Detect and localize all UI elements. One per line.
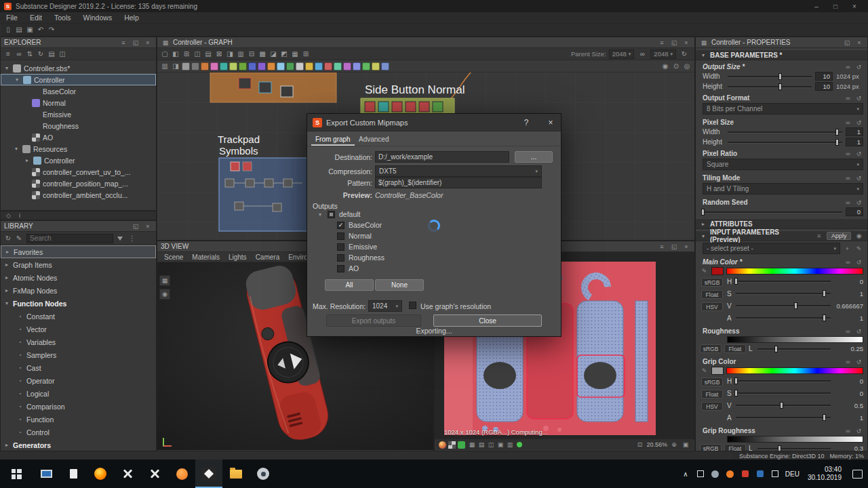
toolbar-icon[interactable]: ◎ xyxy=(682,61,692,72)
preset-dropdown[interactable]: - select preset -▾ xyxy=(703,243,840,254)
material-sphere-icon[interactable] xyxy=(439,441,446,449)
toolbar-icon[interactable]: ∞ xyxy=(14,49,24,60)
zoom-fit-icon[interactable]: ⊡ xyxy=(635,440,644,449)
toolbar-icon[interactable]: ⊠ xyxy=(214,49,224,60)
tiling-mode-dropdown[interactable]: H and V Tiling▾ xyxy=(703,183,863,195)
caret-down-icon[interactable]: ▾ xyxy=(317,211,323,218)
toolbar-icon[interactable]: ▯ xyxy=(3,24,14,35)
eye-icon[interactable]: ◉ xyxy=(854,232,863,239)
toolbar-icon[interactable]: ▤ xyxy=(46,49,57,60)
reset-icon[interactable]: ↺ xyxy=(854,64,863,70)
roughness-slider[interactable] xyxy=(757,345,831,353)
library-item-vector[interactable]: ▪Vector xyxy=(1,323,156,336)
tray-expand-icon[interactable]: ∧ xyxy=(681,469,690,479)
output-row-basecolor[interactable]: ✓ BaseColor xyxy=(337,221,382,229)
action-center-icon[interactable] xyxy=(852,470,863,479)
toolbar-icon[interactable]: ✎ xyxy=(14,233,24,244)
library-item-logical[interactable]: ▪Logical xyxy=(1,387,156,400)
export-outputs-button[interactable]: Export outputs xyxy=(326,314,421,327)
node-type-icon[interactable] xyxy=(315,62,323,70)
link-icon[interactable]: ∞ xyxy=(844,64,852,70)
explorer-panel-header[interactable]: EXPLORER ≡ ◱ × xyxy=(1,37,156,48)
link-icon[interactable]: ∞ xyxy=(844,199,852,206)
tab-from-graph[interactable]: From graph xyxy=(311,134,355,146)
panel-close-icon[interactable]: × xyxy=(682,39,691,46)
tree-item-output-roughness[interactable]: Roughness xyxy=(1,120,156,131)
search-input[interactable] xyxy=(26,234,113,243)
link-icon[interactable]: ∞ xyxy=(844,95,852,102)
dialog-help-button[interactable]: ? xyxy=(516,114,536,131)
output-size-height-value[interactable]: 10 xyxy=(815,82,833,91)
library-item-function-nodes[interactable]: ▾ Function Nodes xyxy=(1,297,156,310)
tray-icon-2[interactable] xyxy=(711,469,720,479)
grip-roughness-slider[interactable] xyxy=(757,445,831,451)
tree-item-graph-controller[interactable]: ▾ Controller xyxy=(1,74,156,85)
pixel-size-height-value[interactable]: 1 xyxy=(846,138,863,146)
main-color-s-slider[interactable] xyxy=(736,289,831,298)
toolbar-icon[interactable]: ▥ xyxy=(235,49,246,60)
start-button[interactable] xyxy=(0,460,33,488)
library-item-atomic-nodes[interactable]: ▸ Atomic Nodes xyxy=(1,271,156,284)
node-type-icon[interactable] xyxy=(334,62,342,70)
close-button[interactable]: × xyxy=(845,3,864,10)
library-item-constant[interactable]: ▪Constant xyxy=(1,310,156,323)
panel-close-icon[interactable]: × xyxy=(854,39,864,46)
panel-menu-icon[interactable]: ≡ xyxy=(657,243,667,250)
hue-gradient-bar[interactable] xyxy=(726,268,863,274)
compression-dropdown[interactable]: DXT5▾ xyxy=(375,165,542,177)
node-type-icon[interactable] xyxy=(324,62,332,70)
channel-value[interactable]: 1 xyxy=(833,290,863,298)
toolbar-icon[interactable]: ◩ xyxy=(279,49,290,60)
tree-item-output-ao[interactable]: AO xyxy=(1,131,156,143)
tree-item-output-normal[interactable]: Normal xyxy=(1,97,156,108)
caret-down-icon[interactable]: ▾ xyxy=(3,65,10,71)
node-type-icon[interactable] xyxy=(182,62,190,70)
section-attributes[interactable]: ▸ ATTRIBUTES xyxy=(696,218,867,229)
srgb-mode-button[interactable]: sRGB xyxy=(701,378,723,386)
node-type-icon[interactable] xyxy=(201,62,209,70)
hsv-mode-button[interactable]: HSV xyxy=(701,302,723,311)
pixel-size-width-value[interactable]: 1 xyxy=(846,127,863,136)
reset-icon[interactable]: ↺ xyxy=(854,428,863,434)
add-preset-icon[interactable]: + xyxy=(843,245,852,252)
tray-icon-4[interactable] xyxy=(741,469,750,479)
pixel-size-width-slider[interactable] xyxy=(728,128,842,136)
tree-item-package[interactable]: ▾ Controller.sbs* xyxy=(1,62,156,74)
info-icon[interactable]: i xyxy=(19,212,20,219)
output-size-width-slider[interactable] xyxy=(728,73,812,81)
channel-value[interactable]: 1 xyxy=(833,414,863,422)
toolbar-icon[interactable]: ▦ xyxy=(467,440,477,449)
lock-icon[interactable]: ▣ xyxy=(681,440,690,449)
use-graph-resolution-checkbox[interactable] xyxy=(409,302,416,309)
node-type-icon[interactable] xyxy=(372,62,380,70)
grip-color-a-slider[interactable] xyxy=(736,413,831,422)
node-type-icon[interactable] xyxy=(286,62,294,70)
toolbar-icon[interactable]: ◫ xyxy=(57,49,68,60)
toolbar-icon[interactable]: ▥ xyxy=(159,61,170,72)
apply-button[interactable]: Apply xyxy=(827,232,852,240)
library-item-fxmap-nodes[interactable]: ▸ FxMap Nodes xyxy=(1,284,156,297)
link-icon[interactable]: ∞ xyxy=(844,150,852,157)
node-type-icon[interactable] xyxy=(362,62,370,70)
tree-item-output-basecolor[interactable]: BaseColor xyxy=(1,85,156,97)
toolbar-icon[interactable]: ▣ xyxy=(24,24,35,35)
toolbar-icon[interactable]: ⊞ xyxy=(181,49,192,60)
link-icon[interactable]: ∞ xyxy=(844,359,852,365)
node-type-icon[interactable] xyxy=(381,62,389,70)
toolbar-icon[interactable]: ⇅ xyxy=(24,49,35,60)
graph-panel-header[interactable]: ▦ Controller - GRAPH ≡ ◱ × xyxy=(157,37,694,48)
toolbar-icon[interactable]: ↷ xyxy=(46,24,57,35)
tree-item-resource-ambient-occlusion[interactable]: controller_ambient_occlu... xyxy=(1,189,156,201)
group-checkbox[interactable] xyxy=(328,211,335,218)
tree-item-output-emissive[interactable]: Emissive xyxy=(1,108,156,120)
grayscale-gradient-bar[interactable] xyxy=(727,336,863,343)
view3d-menu-materials[interactable]: Materials xyxy=(192,253,220,261)
node-type-icon[interactable] xyxy=(220,62,228,70)
taskbar-app-substance-designer[interactable] xyxy=(195,460,222,488)
output-checkbox[interactable] xyxy=(337,243,344,251)
zoom-in-icon[interactable]: ⊕ xyxy=(669,440,679,449)
output-row-emissive[interactable]: Emissive xyxy=(337,243,377,251)
dialog-titlebar[interactable]: S Export Custom Mipmaps ? × xyxy=(307,114,561,131)
dialog-close-icon[interactable]: × xyxy=(540,114,561,131)
toolbar-icon[interactable]: ◪ xyxy=(268,49,279,60)
